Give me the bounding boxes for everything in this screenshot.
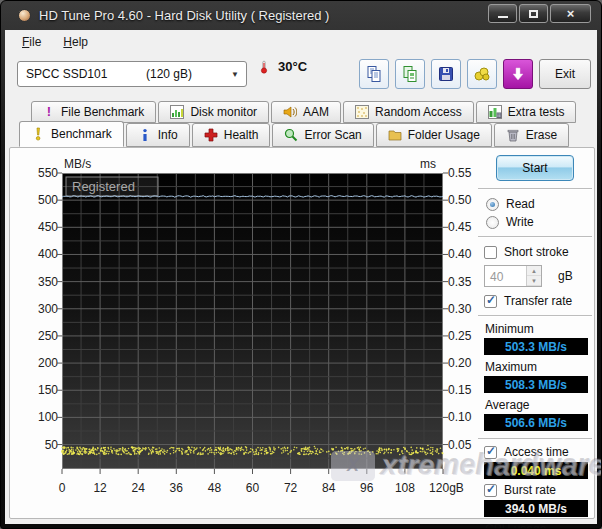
- axis-tick-label: 0.30: [448, 302, 471, 316]
- close-button[interactable]: ×: [550, 4, 591, 23]
- burst-rate-checkbox[interactable]: [484, 484, 497, 497]
- axis-tick-label: 250: [18, 329, 58, 343]
- save-button[interactable]: [431, 59, 461, 89]
- drive-name: SPCC SSD101: [26, 67, 107, 81]
- write-radio[interactable]: [486, 216, 499, 229]
- menu-bar: File Help: [5, 30, 597, 53]
- maximize-button[interactable]: [519, 4, 548, 23]
- short-stroke-row[interactable]: Short stroke: [484, 245, 594, 259]
- tab-label: Folder Usage: [408, 128, 480, 142]
- access-time-row[interactable]: Access time: [484, 445, 594, 459]
- drive-select-dropdown[interactable]: SPCC SSD101 (120 gB) ▼: [17, 61, 247, 87]
- short-stroke-checkbox[interactable]: [484, 246, 497, 259]
- copy-icon: [365, 65, 383, 83]
- separator: [478, 315, 592, 317]
- read-radio[interactable]: [486, 198, 499, 211]
- chart-grid-icon: [488, 105, 502, 119]
- benchmark-plot: Registered: [62, 173, 443, 469]
- maximum-value: 508.3 MB/s: [505, 378, 567, 392]
- tab-error-scan[interactable]: Error Scan: [272, 123, 373, 147]
- update-button[interactable]: [503, 59, 533, 89]
- start-button[interactable]: Start: [496, 155, 574, 181]
- transfer-rate-checkbox[interactable]: [484, 295, 497, 308]
- axis-tick-label: 60: [246, 481, 259, 495]
- temperature-value: 30°C: [278, 59, 307, 74]
- exclamation-yellow-icon: [31, 127, 45, 141]
- info-icon: [138, 128, 152, 142]
- menu-help[interactable]: Help: [54, 33, 97, 51]
- options-icon: [473, 65, 491, 83]
- axis-tick-label: 0: [59, 481, 66, 495]
- write-radio-row[interactable]: Write: [486, 215, 594, 229]
- axis-tick-label: 72: [284, 481, 297, 495]
- maximize-icon: [529, 10, 538, 18]
- axis-tick-label: 120gB: [429, 481, 464, 495]
- axis-tick-label: 48: [208, 481, 221, 495]
- capacity-stepper[interactable]: 40 ▲ ▼: [484, 265, 542, 287]
- separator: [478, 438, 592, 440]
- axis-tick-label: 350: [18, 275, 58, 289]
- access-time-checkbox[interactable]: [484, 446, 497, 459]
- toolbar: SPCC SSD101 (120 gB) ▼ 30°C: [5, 53, 597, 99]
- y-axis-right-unit: ms: [420, 157, 436, 171]
- write-label: Write: [506, 215, 534, 229]
- tab-file-benchmark[interactable]: ! File Benchmark: [31, 101, 156, 123]
- cpu-usage-label: CPU usage: [485, 522, 594, 529]
- axis-tick-label: 0.25: [448, 329, 471, 343]
- tab-info[interactable]: Info: [126, 123, 190, 147]
- tab-label: Benchmark: [51, 127, 112, 141]
- tab-aam[interactable]: AAM: [271, 101, 341, 123]
- menu-file[interactable]: File: [13, 33, 50, 51]
- tab-benchmark[interactable]: Benchmark: [19, 121, 124, 147]
- tab-erase[interactable]: Erase: [494, 123, 569, 147]
- app-icon: [18, 9, 31, 22]
- burst-rate-label: Burst rate: [504, 483, 556, 497]
- axis-tick-label: 0.35: [448, 275, 471, 289]
- capacity-unit: gB: [558, 269, 573, 283]
- drive-size: (120 gB): [146, 67, 192, 81]
- benchmark-controls: Start Read Write Short stroke: [476, 151, 594, 529]
- minimize-button[interactable]: [488, 4, 517, 23]
- minimum-label: Minimum: [485, 322, 594, 336]
- exit-button[interactable]: Exit: [539, 59, 591, 89]
- separator: [478, 236, 592, 238]
- copy-button[interactable]: [359, 59, 389, 89]
- chevron-down-icon: ▼: [231, 70, 239, 79]
- client-area: File Help SPCC SSD101 (120 gB) ▼ 30°C: [5, 30, 597, 524]
- axis-tick-label: 0.45: [448, 220, 471, 234]
- spin-up-icon[interactable]: ▲: [527, 266, 541, 276]
- minimum-value: 503.3 MB/s: [505, 340, 567, 354]
- start-label: Start: [522, 161, 547, 175]
- exclamation-purple-icon: !: [43, 105, 55, 119]
- tab-random-access[interactable]: Random Access: [343, 101, 474, 123]
- tab-disk-monitor[interactable]: Disk monitor: [158, 101, 269, 123]
- axis-tick-label: 12: [93, 481, 106, 495]
- thermometer-icon[interactable]: [257, 60, 271, 74]
- title-bar[interactable]: HD Tune Pro 4.60 - Hard Disk Utility ( R…: [1, 1, 601, 30]
- tab-folder-usage[interactable]: Folder Usage: [376, 123, 492, 147]
- axis-tick-label: 150: [18, 383, 58, 397]
- axis-tick-label: 550: [18, 166, 58, 180]
- tab-extra-tests[interactable]: Extra tests: [476, 101, 577, 123]
- svg-text:Registered: Registered: [72, 179, 135, 194]
- transfer-rate-row[interactable]: Transfer rate: [484, 294, 594, 308]
- window-title: HD Tune Pro 4.60 - Hard Disk Utility ( R…: [39, 8, 329, 23]
- tab-health[interactable]: Health: [192, 123, 271, 147]
- read-radio-row[interactable]: Read: [486, 197, 594, 211]
- burst-rate-row[interactable]: Burst rate: [484, 483, 594, 497]
- download-arrow-icon: [509, 65, 527, 83]
- save-icon: [437, 65, 455, 83]
- tab-label: Extra tests: [508, 105, 565, 119]
- axis-tick-label: 50: [18, 438, 58, 452]
- options-button[interactable]: [467, 59, 497, 89]
- copy-image-button[interactable]: [395, 59, 425, 89]
- transfer-rate-label: Transfer rate: [504, 294, 572, 308]
- separator: [478, 188, 592, 190]
- read-label: Read: [506, 197, 535, 211]
- access-time-label: Access time: [504, 445, 569, 459]
- axis-tick-label: 96: [360, 481, 373, 495]
- axis-tick-label: 100: [18, 410, 58, 424]
- dotted-pattern-icon: [355, 105, 369, 119]
- folder-icon: [388, 128, 402, 142]
- spin-down-icon[interactable]: ▼: [527, 276, 541, 286]
